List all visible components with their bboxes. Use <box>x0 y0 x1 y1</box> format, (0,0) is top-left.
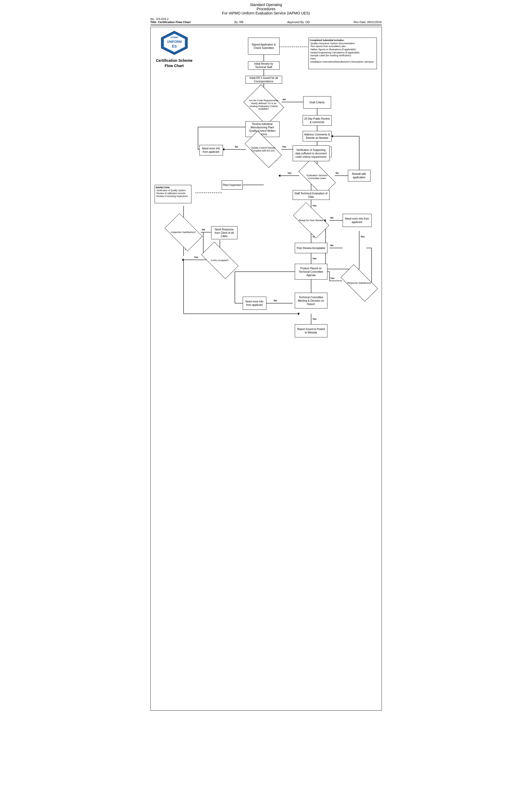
svg-marker-88 <box>182 259 184 261</box>
ready-peer-review-diamond: Ready for Peer Review <box>295 211 327 230</box>
address-comments-box: Address Comments & Rewrite as Needed <box>303 131 331 141</box>
report-issued-box: Report Issued & Posted to Website <box>295 324 327 338</box>
svg-text:No: No <box>283 98 286 101</box>
svg-text:Yes: Yes <box>312 204 317 207</box>
svg-text:No: No <box>235 146 238 148</box>
logo-area: IAPMO UNIFORM ES Certification Scheme Fl… <box>153 30 195 69</box>
svg-text:Yes: Yes <box>194 256 198 259</box>
completed-submittal-title: Completed Submittal Includes: <box>310 39 344 41</box>
eval-committee-diamond: Evaluation Services Committee Votes <box>300 168 334 186</box>
svg-text:Yes: Yes <box>312 318 317 320</box>
need-response-box: Need Response from Client of all CARs <box>211 226 238 239</box>
svg-text:ES: ES <box>172 44 177 49</box>
doc-info: No.: ES-024-2 Title: Certification Flow … <box>150 17 382 25</box>
flowchart: Yes No Yes No Yes <box>150 27 382 710</box>
svg-text:IAPMO: IAPMO <box>170 36 178 39</box>
inspection-note: INSPECTION -Verification of Quality Syst… <box>155 185 191 203</box>
plant-inspection-box: Plant Inspection <box>222 180 243 190</box>
signed-application-box: Signed Application & Check Submitted <box>248 38 280 55</box>
qc-manual-diamond: Quality Control Manual Complies with ES-… <box>246 140 280 158</box>
need-more-info-3-box: Need more info from applicant <box>243 297 266 310</box>
peer-review-acceptable-box: Peer Review Acceptable <box>295 243 327 253</box>
doc-by: By: RB <box>234 20 243 24</box>
draft-criteria-box: Draft Criteria <box>303 96 331 109</box>
header-line2: Procedures <box>150 7 382 11</box>
svg-text:Yes: Yes <box>287 172 292 174</box>
doc-title: Title: Certification Flow Chart <box>150 20 191 24</box>
svg-text:No: No <box>330 216 334 219</box>
svg-text:Yes: Yes <box>330 277 335 280</box>
svg-text:No: No <box>274 299 277 302</box>
tech-committee-box: Technical Committee Meeting & Decision o… <box>295 293 327 308</box>
initial-review-box: Initial Review by Technical Staff <box>248 61 280 70</box>
page-header: Standard Operating Procedures For IAPMO … <box>150 3 382 15</box>
completed-submittal-note: Completed Submittal Includes: -Quality A… <box>308 38 377 69</box>
svg-text:No: No <box>336 172 339 174</box>
svg-text:Yes: Yes <box>282 146 286 148</box>
code-reqs-diamond: Are the Code Requirements clearly define… <box>247 92 280 117</box>
header-line3: For IAPMO Uniform Evaluation Service (IA… <box>150 11 382 15</box>
iapmo-logo: IAPMO UNIFORM ES <box>158 30 190 56</box>
header-line1: Standard Operating <box>150 3 382 7</box>
staff-tech-box: Staff Technical Evaluation of Data <box>293 190 329 200</box>
logo-title: Certification Scheme Flow Chart <box>153 58 195 69</box>
need-more-info-1-box: Need more info from applicant <box>200 145 223 155</box>
review-individual-box: Review individual Manufacturing Plant Qu… <box>245 121 280 137</box>
svg-marker-22 <box>279 174 280 177</box>
twenty-day-review-box: 20 Day Public Review & comments <box>303 115 331 126</box>
svg-text:Yes: Yes <box>361 235 365 238</box>
need-more-info-2-box: Need more info from applicant <box>343 214 372 227</box>
redraft-box: Redraft with application <box>348 170 370 182</box>
svg-text:No: No <box>330 244 334 247</box>
initial-er-box: Initial ER # Issued for all Corresponden… <box>245 76 282 83</box>
svg-text:UNIFORM: UNIFORM <box>167 40 182 44</box>
inspection-satisfactory-diamond: Inspection Satisfactory? <box>167 222 200 243</box>
cars-accepted-diamond: CARs Accepted? <box>203 251 237 270</box>
svg-text:Yes: Yes <box>312 257 317 260</box>
response-satisfactory-diamond: Response Satisfactory <box>342 274 376 292</box>
doc-number: No.: ES-024-2 <box>150 17 382 20</box>
verification-box: Verification of Supporting data sufficie… <box>293 146 329 161</box>
doc-approved: Approved By: OD <box>287 20 310 24</box>
doc-revdate: Rev Date: 09/21/2016 <box>354 20 382 24</box>
svg-marker-96 <box>298 312 300 315</box>
svg-text:No: No <box>202 228 205 231</box>
product-placed-box: Product Placed on Technical Committee Ag… <box>295 264 327 280</box>
